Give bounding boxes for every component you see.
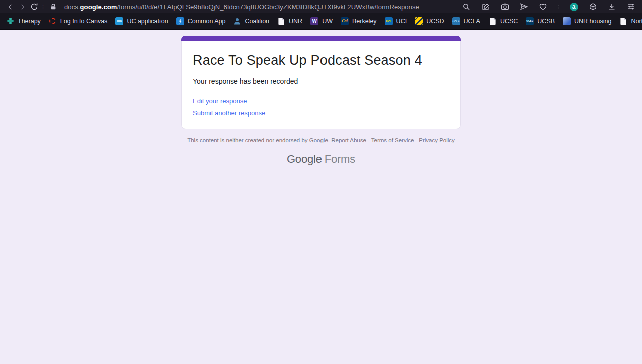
back-button[interactable] (4, 1, 16, 12)
toolbar-right-icons: ⋮ a (460, 1, 637, 12)
sliders-icon (627, 3, 635, 11)
amazon-icon: a (570, 3, 578, 11)
bookmark-label: Coalition (245, 18, 269, 25)
bookmark-common-app[interactable]: Common App (172, 16, 230, 27)
bookmark-berkeley[interactable]: Cal Berkeley (337, 16, 381, 27)
edit-square-icon (482, 3, 490, 11)
bookmark-ucsb[interactable]: UCSB UCSB (522, 16, 559, 27)
bookmark-ucla[interactable]: UCLA UCLA (448, 16, 485, 27)
privacy-policy-link[interactable]: Privacy Policy (419, 137, 455, 143)
report-abuse-link[interactable]: Report Abuse (331, 137, 366, 143)
url-prefix: docs. (64, 3, 80, 11)
share-button[interactable] (518, 1, 530, 12)
cal-favicon: Cal (341, 17, 349, 25)
send-icon (520, 3, 528, 11)
bookmark-canvas[interactable]: Log In to Canvas (45, 16, 112, 27)
bookmark-label: UCI (396, 18, 407, 25)
form-response-page: Race To Speak Up Podcast Season 4 Your r… (0, 30, 642, 364)
card-accent-bar (181, 36, 461, 41)
bookmark-coalition[interactable]: Coalition (229, 16, 273, 27)
response-card: Race To Speak Up Podcast Season 4 Your r… (181, 36, 461, 129)
separator: - (415, 137, 417, 143)
url-path: /forms/u/0/d/e/1FAIpQLSe9b8oQjN_6tdcn73q… (117, 3, 419, 11)
chevron-right-icon (19, 3, 26, 11)
bookmark-label: Therapy (18, 18, 41, 25)
camera-icon (501, 3, 509, 11)
address-bar[interactable]: docs.google.com/forms/u/0/d/e/1FAIpQLSe9… (47, 1, 455, 12)
web-capture-button[interactable] (479, 1, 492, 12)
bookmark-label: UNR housing (574, 18, 611, 25)
bookmark-label: UNR (289, 18, 302, 25)
cube-icon (589, 3, 597, 11)
google-forms-logo[interactable]: GoogleForms (0, 153, 642, 166)
favorites-button[interactable] (537, 1, 549, 12)
ucsd-favicon (415, 17, 423, 25)
card-body: Race To Speak Up Podcast Season 4 Your r… (182, 41, 460, 129)
browser-chrome: ⋮ docs.google.com/forms/u/0/d/e/1FAIpQLS… (0, 0, 642, 30)
bookmarks-bar: Therapy Log In to Canvas UC application … (0, 13, 642, 29)
bookmark-label: Berkeley (352, 18, 377, 25)
uc-application-icon (115, 17, 123, 25)
terms-of-service-link[interactable]: Terms of Service (371, 137, 414, 143)
person-icon (233, 17, 241, 25)
submit-another-response-link[interactable]: Submit another response (193, 109, 265, 117)
bookmark-label: UCSD (426, 18, 444, 25)
search-button[interactable] (460, 1, 472, 12)
bookmark-label: UCSB (537, 18, 555, 25)
ucsb-favicon: UCSB (526, 17, 534, 25)
screenshot-button[interactable] (499, 1, 511, 12)
bookmark-therapy[interactable]: Therapy (2, 16, 45, 27)
bookmark-northeastern[interactable]: Northeastern (615, 16, 642, 27)
bookmark-unr[interactable]: UNR (273, 16, 306, 27)
page-icon (277, 17, 285, 25)
uw-favicon: W (310, 17, 318, 25)
browser-toolbar: ⋮ docs.google.com/forms/u/0/d/e/1FAIpQLS… (0, 0, 642, 13)
bookmark-label: UCSC (500, 18, 518, 25)
extension-divider-dots-icon: ⋮ (556, 4, 561, 10)
canvas-ring-icon (49, 17, 57, 25)
uci-favicon: UCI (385, 17, 393, 25)
bookmark-unr-housing[interactable]: UNR housing (559, 16, 615, 27)
bookmark-uw[interactable]: W UW (306, 16, 337, 27)
edit-response-link[interactable]: Edit your response (193, 97, 247, 105)
settings-menu-button[interactable] (625, 1, 637, 12)
divider-dots-icon: ⋮ (40, 4, 45, 10)
download-icon (608, 3, 616, 11)
bookmark-label: UCLA (464, 18, 480, 25)
bookmark-label: Common App (188, 18, 226, 25)
response-recorded-text: Your response has been recorded (193, 77, 449, 85)
common-app-icon (176, 17, 184, 25)
bookmark-uc-application[interactable]: UC application (111, 16, 172, 27)
search-icon (462, 3, 470, 11)
url-text[interactable]: docs.google.com/forms/u/0/d/e/1FAIpQLSe9… (64, 3, 419, 11)
bookmark-uci[interactable]: UCI UCI (381, 16, 411, 27)
bookmark-label: UC application (127, 18, 168, 25)
reload-button[interactable] (28, 1, 40, 12)
extensions-button[interactable] (587, 1, 599, 12)
bookmark-label: UW (322, 18, 333, 25)
bookmark-ucsd[interactable]: UCSD (411, 16, 448, 27)
downloads-button[interactable] (606, 1, 618, 12)
unr-housing-favicon (563, 17, 571, 25)
bookmark-ucsc[interactable]: UCSC (485, 16, 522, 27)
response-links: Edit your response Submit another respon… (193, 97, 449, 117)
lock-icon[interactable] (47, 1, 59, 12)
chevron-left-icon (7, 3, 14, 11)
heart-icon (539, 3, 547, 11)
google-wordmark: Google (287, 153, 322, 165)
page-icon (489, 17, 497, 25)
separator: - (368, 137, 370, 143)
form-title: Race To Speak Up Podcast Season 4 (193, 53, 449, 68)
forward-button[interactable] (16, 1, 28, 12)
bookmark-label: Northeastern (631, 18, 642, 25)
therapy-cross-icon (6, 17, 14, 25)
footer-disclaimer: This content is neither created nor endo… (0, 137, 642, 143)
page-icon (619, 17, 627, 25)
reload-icon (30, 3, 38, 11)
bookmark-label: Log In to Canvas (60, 18, 108, 25)
amazon-extension-button[interactable]: a (568, 1, 580, 12)
disclaimer-text: This content is neither created nor endo… (187, 137, 330, 143)
ucla-favicon: UCLA (452, 17, 460, 25)
forms-wordmark: Forms (325, 153, 355, 165)
url-domain: google.com (80, 3, 117, 11)
